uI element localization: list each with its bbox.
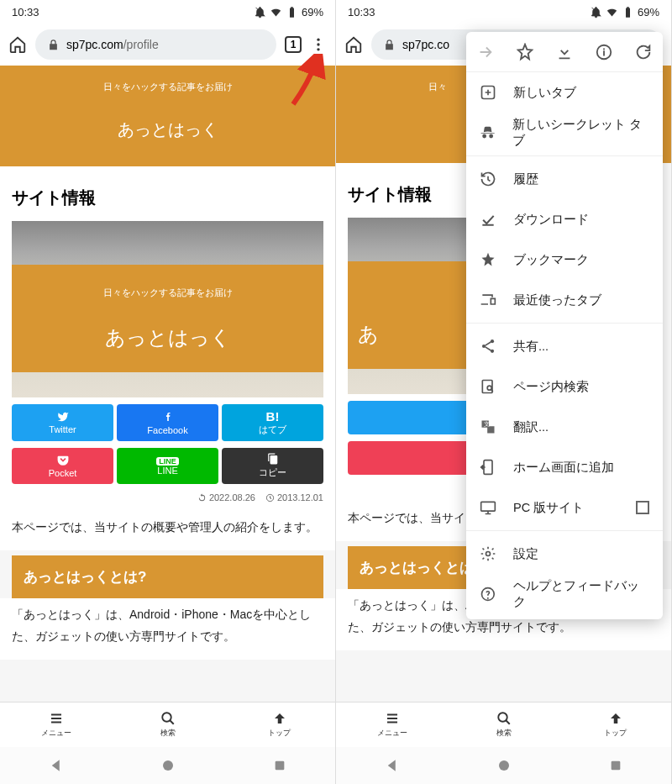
share-facebook[interactable]: Facebook — [117, 404, 218, 441]
intro-paragraph: 本ページでは、当サイトの概要や管理人の紹介をします。 — [0, 511, 335, 550]
menu-desktop-site[interactable]: PC 版サイト — [466, 487, 663, 528]
home-icon — [8, 35, 27, 54]
home-icon — [344, 35, 363, 54]
incognito-icon — [480, 124, 496, 141]
nav-menu[interactable]: メニュー — [0, 702, 112, 747]
svg-point-0 — [317, 39, 319, 41]
home-button[interactable] — [8, 35, 27, 54]
menu-find[interactable]: ページ内検索 — [466, 366, 663, 407]
menu-button[interactable] — [310, 36, 327, 53]
lock-icon — [47, 39, 60, 51]
recents-icon[interactable] — [609, 759, 622, 772]
site-banner: 日々をハックする記事をお届け あっとはっく — [0, 66, 335, 166]
info-icon — [595, 43, 613, 61]
history-icon — [480, 171, 496, 187]
menu-history[interactable]: 履歴 — [466, 159, 663, 199]
bell-off-icon — [590, 6, 602, 18]
back-icon[interactable] — [49, 758, 64, 773]
facebook-icon — [164, 410, 172, 424]
share-pocket[interactable]: Pocket — [12, 448, 113, 484]
home-sys-icon[interactable] — [160, 758, 176, 773]
menu-forward — [476, 43, 495, 61]
nav-menu[interactable]: メニュー — [336, 702, 448, 747]
recents-icon[interactable] — [273, 759, 286, 772]
desktop-checkbox[interactable] — [636, 501, 649, 514]
menu-new-tab[interactable]: 新しいタブ — [466, 72, 663, 113]
dots-vertical-icon — [310, 36, 327, 53]
svg-rect-19 — [481, 502, 496, 511]
menu-share[interactable]: 共有... — [466, 326, 663, 366]
battery-pct: 69% — [302, 6, 323, 18]
hamburger-icon — [385, 711, 400, 726]
home-sys-icon[interactable] — [496, 758, 512, 773]
back-icon[interactable] — [385, 758, 400, 773]
menu-reload[interactable] — [634, 43, 653, 61]
battery-icon — [286, 6, 298, 18]
svg-point-4 — [162, 713, 171, 722]
section-header: サイト情報 — [0, 166, 335, 221]
add-home-icon — [480, 459, 496, 476]
wifi-icon — [606, 6, 618, 18]
wifi-icon — [270, 6, 282, 18]
menu-translate[interactable]: 文翻訳... — [466, 407, 663, 447]
share-line[interactable]: LINELINE — [117, 448, 218, 484]
menu-info[interactable] — [595, 43, 613, 61]
svg-point-1 — [317, 43, 319, 45]
tabs-button[interactable]: 1 — [285, 36, 302, 53]
arrow-up-icon — [608, 711, 623, 726]
menu-recent-tabs[interactable]: 最近使ったタブ — [466, 280, 663, 320]
share-copy[interactable]: コピー — [222, 448, 323, 484]
desktop-icon — [480, 499, 496, 516]
body-paragraph: 「あっとはっく」は、Android・iPhone・Macを中心とした、ガジェット… — [0, 598, 335, 660]
nav-search[interactable]: 検索 — [448, 702, 559, 747]
share-twitter[interactable]: Twitter — [12, 404, 113, 441]
svg-rect-6 — [276, 761, 285, 771]
svg-point-8 — [499, 760, 509, 771]
hero-image: 日々をハックする記事をお届け あっとはっく — [12, 221, 323, 397]
status-icons: 69% — [254, 6, 323, 18]
share-hatebu[interactable]: B!はてブ — [222, 404, 323, 441]
dates: 2022.08.26 2013.12.01 — [12, 484, 323, 511]
banner-title: あっとはっく — [0, 118, 335, 141]
screen-left: 10:33 69% sp7pc.com/profile 1 日々をハックする記事… — [0, 0, 336, 784]
share-icon — [480, 338, 496, 355]
browser-bar: sp7pc.com/profile 1 — [0, 24, 335, 66]
nav-top[interactable]: トップ — [223, 702, 335, 747]
menu-incognito[interactable]: 新しいシークレット タブ — [466, 113, 663, 153]
svg-point-20 — [486, 552, 491, 556]
svg-rect-9 — [612, 761, 621, 771]
menu-settings[interactable]: 設定 — [466, 534, 663, 574]
bottom-nav: メニュー 検索 トップ — [0, 702, 335, 747]
battery-icon — [622, 6, 634, 18]
nav-search[interactable]: 検索 — [112, 702, 223, 747]
screen-right: 10:33 69% sp7pc.co 日々 x サイト情報 日々を あ — [336, 0, 672, 784]
svg-point-5 — [163, 760, 173, 771]
menu-downloads[interactable]: ダウンロード — [466, 199, 663, 239]
svg-point-2 — [317, 48, 319, 50]
home-button[interactable] — [344, 35, 363, 54]
hamburger-icon — [49, 711, 64, 726]
gear-icon — [480, 545, 496, 562]
system-nav — [0, 747, 335, 784]
star-icon — [516, 43, 534, 61]
pocket-icon — [56, 455, 70, 466]
menu-help[interactable]: ヘルプとフィードバック — [466, 574, 663, 614]
system-nav — [336, 747, 671, 784]
svg-point-7 — [498, 713, 507, 722]
menu-download[interactable] — [555, 43, 574, 61]
status-bar: 10:33 69% — [0, 0, 335, 24]
menu-add-to-home[interactable]: ホーム画面に追加 — [466, 447, 663, 487]
url-bar[interactable]: sp7pc.com/profile — [35, 29, 276, 60]
status-time: 10:33 — [12, 6, 39, 18]
download-done-icon — [480, 211, 496, 228]
twitter-icon — [56, 411, 70, 423]
find-icon — [480, 378, 496, 395]
menu-bookmarks[interactable]: ブックマーク — [466, 239, 663, 280]
bottom-nav: メニュー 検索 トップ — [336, 702, 671, 747]
menu-star[interactable] — [516, 43, 534, 61]
copy-icon — [267, 453, 279, 465]
star-fill-icon — [480, 251, 496, 268]
search-icon — [160, 711, 176, 726]
status-bar: 10:33 69% — [336, 0, 671, 24]
nav-top[interactable]: トップ — [559, 702, 671, 747]
